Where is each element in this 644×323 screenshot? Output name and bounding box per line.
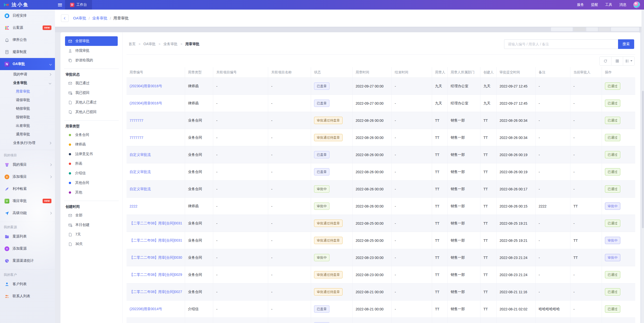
breadcrumb-item-OA审批[interactable]: OA审批 [73, 16, 86, 21]
filter-item-其他人已通过[interactable]: 其他人已通过 [65, 98, 118, 107]
action-badge[interactable]: 已通过 [605, 168, 620, 176]
sidebar-item-OA审批[interactable]: NOA审批 [0, 58, 55, 70]
action-badge[interactable]: 已通过 [605, 220, 620, 227]
filter-item-30天[interactable]: 30天 [65, 239, 118, 249]
action-badge[interactable]: 已通过 [605, 100, 620, 107]
table-cell [602, 318, 626, 323]
inner-breadcrumb-item-业务审批[interactable]: 业务审批 [163, 42, 177, 46]
grid-button[interactable] [611, 57, 623, 65]
sidebar-item-利冲检索[interactable]: 利冲检索 [0, 183, 55, 195]
filter-item-律师函[interactable]: 律师函 [65, 140, 118, 149]
user-avatar[interactable] [633, 2, 640, 8]
业务合同-dot-icon [69, 134, 71, 136]
filter-item-我已通过[interactable]: 我已通过 [65, 78, 118, 88]
table-cell: - [268, 95, 311, 112]
sidebar-item-添加案源[interactable]: +添加案源 [0, 243, 55, 255]
action-badge[interactable]: 已通过 [605, 305, 620, 313]
sidebar-subitem-用章审批[interactable]: 用章审批 [0, 87, 55, 96]
action-badge[interactable]: 已通过 [605, 185, 620, 193]
action-badge[interactable]: 已通过 [605, 117, 620, 124]
vertical-scrollbar[interactable] [641, 10, 644, 323]
sidebar-subitem-出差审批[interactable]: 出差审批 [0, 122, 55, 130]
seal-number-link[interactable]: (202304)用章0016号 [127, 78, 185, 95]
sidebar-item-添加项目[interactable]: +添加项目 [0, 171, 55, 183]
vertical-scrollbar-thumb[interactable] [642, 91, 644, 228]
seal-number-link[interactable]: 自定义审批流 [127, 181, 185, 197]
sidebar-subitem-请假审批[interactable]: 请假审批 [0, 96, 55, 104]
sidebar-item-律所公告[interactable]: 律所公告 [0, 34, 55, 46]
seal-number-link[interactable]: 7777777 [127, 129, 185, 146]
filter-item-其他[interactable]: 其他 [65, 188, 118, 197]
topbar-link-0[interactable]: 服务 [577, 3, 584, 7]
filter-item-我已驳回[interactable]: 我已驳回 [65, 88, 118, 98]
search-button[interactable]: 搜索 [618, 39, 634, 49]
sidebar-subitem-我的申请[interactable]: 我的申请 [0, 70, 55, 79]
inner-breadcrumb-item-首页[interactable]: 首页 [129, 42, 136, 46]
seal-number-link[interactable]: 【二零二二年08】用章[合同]0029 [127, 266, 185, 283]
sidebar-item-案源渠道统计[interactable]: 案源渠道统计 [0, 255, 55, 267]
sidebar-item-联系人列表[interactable]: 联系人列表 [0, 290, 55, 302]
seal-number-link[interactable]: (202304)用章0016号 [127, 95, 185, 112]
filter-item-其他人已驳回[interactable]: 其他人已驳回 [65, 107, 118, 117]
filter-item-全部审批[interactable]: 全部审批 [65, 36, 118, 46]
topbar-link-3[interactable]: 消息 [619, 3, 626, 7]
seal-number-link[interactable]: 2222 [127, 198, 185, 215]
action-badge[interactable]: 已通过 [605, 82, 620, 90]
action-badge[interactable]: 审批中 [605, 237, 620, 244]
action-badge[interactable]: 已通过 [605, 151, 620, 159]
sidebar-collapse-button[interactable] [55, 0, 65, 10]
filter-item-全部[interactable]: 全部 [65, 211, 118, 220]
sidebar-subitem-通用审批[interactable]: 通用审批 [0, 130, 55, 139]
seal-number-link[interactable]: 【二零二二年08】用章[合同]0031 [127, 232, 185, 249]
其他-dot-icon [69, 191, 71, 194]
filter-item-label: 其他人已驳回 [75, 110, 97, 114]
filter-item-待我审批[interactable]: 待我审批 [65, 46, 118, 55]
action-badge[interactable]: 已通过 [605, 134, 620, 141]
seal-number-link[interactable]: 7777777 [127, 112, 185, 129]
sidebar-subitem-报销审批[interactable]: 报销审批 [0, 113, 55, 122]
action-badge[interactable]: 已通过 [605, 288, 620, 296]
table-cell [570, 318, 602, 323]
app-logo[interactable]: 法小鱼 [0, 0, 55, 10]
table-cell: - [536, 215, 570, 232]
table-cell: 2022-08-26 00:17 [497, 181, 536, 197]
sidebar-item-案源列表[interactable]: 案源列表 [0, 230, 55, 243]
seal-number-link[interactable]: (202208)用章0014号 [127, 301, 185, 317]
action-badge[interactable]: 审批中 [605, 202, 620, 210]
search-input[interactable] [504, 39, 618, 49]
columns-button[interactable] [623, 57, 634, 65]
filter-item-7天[interactable]: 7天 [65, 230, 118, 239]
seal-number-link[interactable]: 【二零二二年08】用章[合同]0030 [127, 249, 185, 266]
tab-workbench[interactable]: D 工作台 [65, 0, 92, 10]
seal-number-link[interactable]: 【二零二二年08】用章[合同]0031 [127, 215, 185, 232]
filter-item-抄送给我的[interactable]: 抄送给我的 [65, 55, 118, 65]
sidebar-subitem-销假审批[interactable]: 销假审批 [0, 104, 55, 113]
sidebar-item-日程安排[interactable]: 日程安排 [0, 10, 55, 22]
sidebar-item-我的项目[interactable]: 我的项目 [0, 159, 55, 171]
filter-item-业务合同[interactable]: 业务合同 [65, 130, 118, 140]
topbar-link-2[interactable]: 工具 [605, 3, 612, 7]
filter-item-所函[interactable]: 所函 [65, 159, 118, 168]
seal-number-link[interactable]: 自定义审批流 [127, 146, 185, 163]
sidebar-item-客户列表[interactable]: 客户列表 [0, 278, 55, 290]
action-badge[interactable]: 已通过 [605, 271, 620, 279]
sidebar-item-云案源[interactable]: 云案源new [0, 22, 55, 34]
filter-item-其他合同[interactable]: 其他合同 [65, 178, 118, 188]
sidebar-item-高级功能[interactable]: 高级功能 [0, 207, 55, 219]
sidebar-item-规章制度[interactable]: 规章制度 [0, 46, 55, 58]
seal-number-link[interactable]: 【二零二二年08】用章[合同]0027 [127, 283, 185, 300]
back-button[interactable] [61, 14, 69, 22]
breadcrumb-item-业务审批[interactable]: 业务审批 [92, 16, 107, 21]
hamburger-icon [58, 4, 62, 6]
filter-item-法律意见书[interactable]: 法律意见书 [65, 149, 118, 159]
sidebar-item-项目审批[interactable]: ≡项目审批new [0, 195, 55, 207]
refresh-button[interactable] [600, 57, 611, 65]
sidebar-subitem-业务执行/办理[interactable]: 业务执行/办理 [0, 139, 55, 147]
topbar-link-1[interactable]: 提醒 [591, 3, 598, 7]
seal-number-link[interactable]: 自定义审批流 [127, 163, 185, 180]
sidebar-subitem-业务审批[interactable]: 业务审批 [0, 79, 55, 87]
action-badge[interactable]: 审批中 [605, 254, 620, 261]
inner-breadcrumb-item-OA审批[interactable]: OA审批 [143, 42, 156, 46]
filter-item-介绍信[interactable]: 介绍信 [65, 168, 118, 178]
filter-item-本日创建[interactable]: 本日创建 [65, 220, 118, 230]
